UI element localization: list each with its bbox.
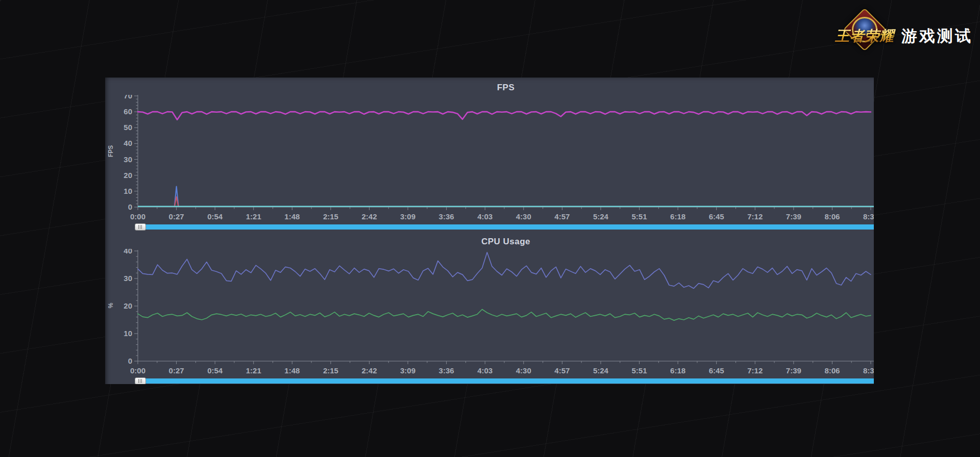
svg-text:5:24: 5:24: [593, 212, 609, 221]
svg-text:4:57: 4:57: [554, 212, 570, 221]
svg-text:2:42: 2:42: [361, 212, 377, 221]
svg-text:0: 0: [128, 357, 132, 365]
svg-text:5:24: 5:24: [593, 366, 609, 375]
cpu-usage-chart[interactable]: 0102030400:000:270:541:211:482:152:423:0…: [105, 249, 874, 380]
svg-text:20: 20: [124, 301, 132, 310]
svg-text:8:33: 8:33: [863, 366, 874, 375]
svg-text:8:06: 8:06: [824, 366, 840, 375]
svg-text:2:15: 2:15: [323, 212, 338, 221]
logo-text: 王者荣耀: [833, 27, 896, 46]
svg-text:7:39: 7:39: [786, 212, 801, 221]
svg-text:60: 60: [124, 107, 132, 116]
scrollbar-track[interactable]: [135, 378, 874, 384]
svg-text:0:54: 0:54: [207, 212, 223, 221]
svg-text:70: 70: [124, 95, 132, 100]
svg-text:6:45: 6:45: [709, 212, 724, 221]
svg-text:1:48: 1:48: [284, 212, 300, 221]
svg-text:10: 10: [124, 329, 132, 338]
svg-text:2:15: 2:15: [323, 366, 338, 375]
cpu-chart-scrollbar[interactable]: [135, 377, 874, 384]
svg-text:1:48: 1:48: [284, 366, 300, 375]
svg-text:7:12: 7:12: [747, 366, 763, 375]
fps-chart-scrollbar[interactable]: [135, 223, 874, 231]
svg-text:6:18: 6:18: [670, 212, 685, 221]
svg-text:50: 50: [124, 123, 132, 132]
svg-text:3:36: 3:36: [439, 212, 454, 221]
svg-text:7:12: 7:12: [747, 212, 763, 221]
header: 王者荣耀 游戏测试: [836, 12, 973, 60]
svg-text:1:21: 1:21: [246, 212, 261, 221]
metrics-panel: FPS FPS 0102030405060700:000:270:541:211…: [105, 78, 874, 384]
fps-chart-title: FPS: [138, 83, 874, 93]
scrollbar-handle[interactable]: [135, 223, 146, 231]
svg-text:0:00: 0:00: [130, 212, 145, 221]
grip-icon: [138, 379, 143, 383]
svg-text:6:18: 6:18: [670, 366, 685, 375]
svg-text:8:33: 8:33: [863, 212, 874, 221]
svg-text:4:30: 4:30: [516, 212, 531, 221]
svg-text:4:03: 4:03: [477, 366, 493, 375]
page-title: 游戏测试: [901, 26, 973, 47]
scrollbar-track[interactable]: [135, 224, 874, 230]
svg-text:20: 20: [124, 171, 132, 180]
svg-text:30: 30: [124, 274, 132, 283]
cpu-chart-title: CPU Usage: [138, 237, 874, 247]
svg-text:1:21: 1:21: [246, 366, 261, 375]
svg-text:40: 40: [124, 139, 132, 147]
svg-text:5:51: 5:51: [632, 366, 647, 375]
svg-text:40: 40: [124, 249, 132, 255]
svg-text:3:36: 3:36: [439, 366, 454, 375]
svg-text:0: 0: [128, 202, 132, 211]
svg-text:8:06: 8:06: [824, 212, 840, 221]
svg-text:3:09: 3:09: [400, 212, 415, 221]
svg-text:7:39: 7:39: [786, 366, 801, 375]
svg-text:0:27: 0:27: [169, 366, 184, 375]
svg-text:3:09: 3:09: [400, 366, 415, 375]
svg-text:10: 10: [124, 187, 132, 195]
svg-text:4:03: 4:03: [477, 212, 493, 221]
svg-text:0:00: 0:00: [130, 366, 145, 375]
svg-text:0:27: 0:27: [169, 212, 184, 221]
svg-text:0:54: 0:54: [207, 366, 223, 375]
fps-chart[interactable]: 0102030405060700:000:270:541:211:482:152…: [105, 95, 874, 226]
grip-icon: [138, 225, 143, 229]
svg-text:4:30: 4:30: [516, 366, 531, 375]
svg-text:4:57: 4:57: [554, 366, 570, 375]
honor-of-kings-logo-icon: 王者荣耀: [836, 12, 893, 60]
svg-text:2:42: 2:42: [361, 366, 377, 375]
svg-text:5:51: 5:51: [632, 212, 647, 221]
svg-text:30: 30: [124, 155, 132, 164]
scrollbar-handle[interactable]: [135, 377, 146, 384]
svg-text:6:45: 6:45: [709, 366, 724, 375]
